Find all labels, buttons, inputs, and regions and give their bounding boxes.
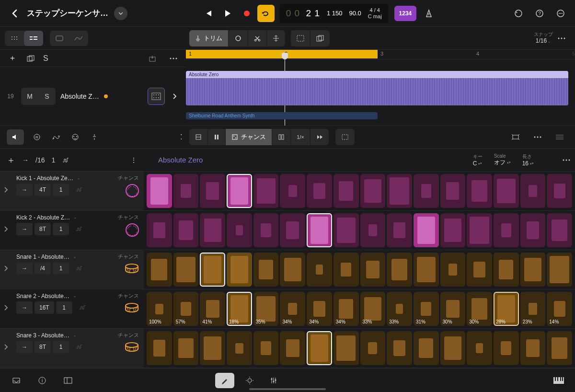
pattern-name[interactable]: Absolute Zero	[144, 156, 203, 164]
row-direction-button[interactable]: →	[16, 262, 33, 275]
move-tool-button[interactable]	[267, 30, 285, 46]
row-direction-button[interactable]: →	[16, 184, 33, 196]
step-cell[interactable]	[253, 213, 279, 247]
row-one-button[interactable]: 1	[53, 184, 69, 196]
row-one-button[interactable]: 1	[53, 223, 69, 235]
mute-button[interactable]: M	[21, 88, 38, 105]
step-cell[interactable]	[440, 331, 466, 365]
copy-button[interactable]	[310, 30, 330, 46]
toolbar-more-button[interactable]	[553, 30, 570, 47]
step-cell[interactable]: 28%	[494, 292, 519, 326]
tuning-button[interactable]: 1234	[394, 6, 417, 21]
row-rate-button[interactable]: 16T	[34, 301, 54, 314]
undo-history-button[interactable]	[510, 5, 527, 22]
play-button[interactable]	[219, 5, 236, 22]
step-cell[interactable]	[173, 213, 199, 247]
step-cell[interactable]	[334, 331, 359, 365]
trim-tool-button[interactable]: トリム	[189, 30, 229, 46]
expand-row-button[interactable]	[4, 187, 8, 193]
step-cell[interactable]	[547, 331, 572, 365]
inbox-button[interactable]	[8, 372, 25, 389]
expand-track-button[interactable]	[168, 88, 181, 105]
expand-row-button[interactable]	[4, 265, 8, 271]
step-cell[interactable]: 18%	[227, 292, 252, 326]
step-cell[interactable]	[360, 253, 386, 287]
row-name[interactable]: Snare 1 - Absolute…	[16, 254, 69, 260]
step-cell[interactable]	[227, 213, 252, 247]
step-cell[interactable]	[440, 174, 466, 208]
row-extra-button[interactable]	[71, 341, 87, 353]
step-cell[interactable]: 30%	[440, 292, 466, 326]
step-cell[interactable]	[520, 213, 546, 247]
step-cell[interactable]	[147, 174, 172, 208]
step-cell[interactable]	[360, 174, 386, 208]
grid-more-button[interactable]	[558, 151, 575, 169]
step-cell[interactable]	[173, 253, 199, 287]
back-button[interactable]	[6, 5, 23, 22]
step-cell[interactable]	[173, 174, 199, 208]
key-property[interactable]: キーC▴▾	[473, 153, 483, 167]
step-cell[interactable]	[227, 253, 252, 287]
note-repeat-button[interactable]	[272, 129, 291, 145]
step-cell[interactable]	[467, 253, 492, 287]
step-cell[interactable]	[494, 174, 519, 208]
step-cell[interactable]	[387, 331, 412, 365]
record-arm-icon[interactable]: R	[31, 128, 43, 146]
step-cell[interactable]	[414, 331, 439, 365]
quantize-icon[interactable]	[50, 128, 62, 146]
step-cell[interactable]	[494, 331, 519, 365]
seq-more-button[interactable]	[529, 128, 546, 146]
record-button[interactable]	[238, 5, 255, 22]
step-cell[interactable]	[494, 253, 519, 287]
import-button[interactable]	[144, 50, 161, 67]
step-cell[interactable]	[387, 253, 412, 287]
midi-region[interactable]: Absolute Zero	[186, 71, 568, 105]
metronome-button[interactable]	[420, 5, 437, 22]
step-cell[interactable]	[173, 331, 199, 365]
track-name[interactable]: Absolute Z…	[60, 92, 99, 100]
step-cell[interactable]: 14%	[547, 292, 572, 326]
step-cell[interactable]	[520, 174, 546, 208]
list-view-button[interactable]	[24, 31, 43, 46]
loop-mode-button[interactable]: 1/×	[291, 129, 310, 145]
step-cell[interactable]	[147, 213, 172, 247]
step-cell[interactable]: 34%	[280, 292, 305, 326]
step-cell[interactable]: 34%	[334, 292, 359, 326]
step-cell[interactable]: 31%	[414, 292, 439, 326]
row-name[interactable]: Kick 1 - Absolute Ze…	[16, 175, 73, 182]
rate-button[interactable]	[62, 157, 69, 163]
panel-toggle-button[interactable]	[59, 372, 77, 389]
skip-mode-button[interactable]	[310, 129, 329, 145]
step-cell[interactable]	[547, 174, 572, 208]
row-direction-button[interactable]: →	[16, 223, 33, 235]
seq-menu-button[interactable]	[551, 128, 568, 146]
more-button[interactable]	[552, 5, 569, 22]
expand-row-button[interactable]	[4, 305, 8, 311]
row-extra-button[interactable]	[71, 184, 87, 196]
step-cell[interactable]	[307, 253, 332, 287]
division-button[interactable]: /16	[35, 156, 45, 164]
step-cell[interactable]	[280, 174, 305, 208]
row-name[interactable]: Kick 2 - Absolute Z…	[16, 214, 70, 221]
row-one-button[interactable]: 1	[53, 262, 69, 275]
step-cell[interactable]	[414, 213, 439, 247]
preview-sound-button[interactable]	[7, 129, 24, 145]
step-cell[interactable]	[467, 174, 492, 208]
loop-tool-button[interactable]	[229, 30, 248, 46]
step-cell[interactable]	[360, 213, 386, 247]
step-cell[interactable]: 30%	[467, 292, 492, 326]
step-cell[interactable]	[147, 253, 172, 287]
expand-row-button[interactable]	[4, 344, 8, 350]
velocity-mode-button[interactable]	[208, 129, 226, 145]
step-cell[interactable]	[253, 174, 279, 208]
row-one-button[interactable]: 1	[56, 301, 72, 314]
row-extra-button[interactable]	[71, 223, 87, 235]
timesig-key[interactable]: 4 / 4 C maj	[368, 7, 382, 19]
automation-button[interactable]	[69, 31, 88, 46]
step-cell[interactable]	[467, 331, 492, 365]
step-cell[interactable]	[253, 253, 279, 287]
step-cell[interactable]: 57%	[173, 292, 199, 326]
cycle-button[interactable]	[257, 5, 275, 22]
step-cell[interactable]	[307, 213, 332, 247]
row-rate-button[interactable]: 4T	[34, 184, 51, 196]
